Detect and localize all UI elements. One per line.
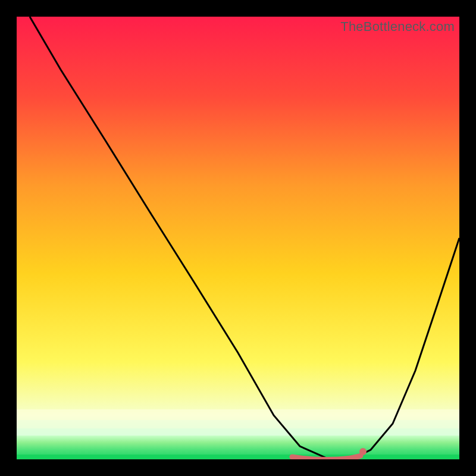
- curve-path: [30, 17, 459, 458]
- bottleneck-curve: [17, 17, 459, 459]
- watermark-text: TheBottleneck.com: [340, 19, 455, 35]
- chart-frame: TheBottleneck.com: [17, 17, 459, 459]
- valley-end-point: [359, 448, 367, 455]
- valley-accent: [292, 456, 361, 459]
